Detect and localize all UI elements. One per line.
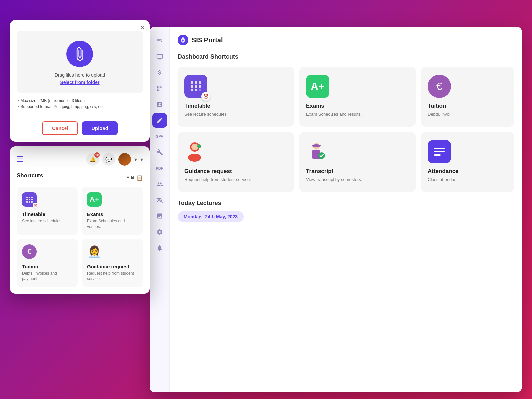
main-card-exams[interactable]: A+ Exams Exam Schedules and results. — [299, 67, 416, 127]
transcript-main-title: Transcript — [306, 168, 409, 175]
shortcuts-section-title: Shortcuts — [17, 172, 43, 179]
main-card-transcript[interactable]: Transcript View transcript by semesters. — [299, 132, 416, 192]
chat-icon: 💬 — [105, 156, 112, 163]
svg-text:i: i — [199, 145, 200, 148]
sis-main-content: SIS Portal Dashboard Shortcuts — [170, 27, 522, 392]
main-card-attendance[interactable]: Attendance Class attendar — [421, 132, 514, 192]
sidebar-item-tools[interactable] — [152, 145, 167, 160]
guidance-main-title: Guidance request — [184, 168, 287, 175]
cal-dot — [191, 89, 193, 91]
dollar-icon — [156, 69, 163, 76]
user-check-icon — [156, 181, 163, 188]
edit-icon[interactable]: 📋 — [136, 175, 143, 181]
shortcut-card-timetable[interactable]: ⏰ Timetable See lecture schedules — [17, 187, 78, 235]
svg-point-2 — [188, 154, 201, 162]
image-icon — [156, 213, 163, 219]
shortcut-card-exams[interactable]: A+ Exams Exam Schedules and venues. — [82, 187, 143, 235]
sidebar-item-registration[interactable] — [152, 113, 167, 128]
drag-text: Drag files here to upload — [55, 72, 105, 78]
timetable-main-desc: See lecture schedules — [184, 111, 287, 117]
guidance-card-desc: Request help from student service. — [87, 271, 138, 282]
main-card-guidance[interactable]: i Guidance request Request help from stu… — [178, 132, 294, 192]
mobile-panel: ☰ 🔔 10 💬 ▾ ▾ Shortcuts Edit 📋 — [10, 146, 150, 294]
transcript-main-desc: View transcript by semesters. — [306, 177, 409, 183]
dashboard-shortcuts-title: Dashboard Shortcuts — [178, 53, 514, 60]
main-card-timetable[interactable]: ⏰ Timetable See lecture schedules — [178, 67, 294, 127]
timetable-main-icon: ⏰ — [184, 75, 207, 98]
sidebar-item-translate[interactable] — [152, 193, 167, 207]
sidebar-item-media[interactable] — [152, 209, 167, 223]
guidance-svg-icon: i — [185, 140, 207, 163]
sis-sidebar: GPA PDF — [150, 27, 170, 392]
monitor-icon — [156, 53, 163, 60]
svg-point-8 — [312, 144, 321, 147]
chevron-down-icon-2[interactable]: ▾ — [140, 156, 143, 163]
select-from-folder-link[interactable]: Select from folder — [60, 80, 99, 85]
menu-icon — [156, 37, 163, 44]
sidebar-item-finance[interactable] — [152, 65, 167, 80]
chat-icon-button[interactable]: 💬 — [102, 153, 115, 166]
upload-info: • Max size: 2MB (maximum of 3 files ) • … — [10, 98, 150, 116]
transcript-main-icon — [306, 140, 329, 163]
shortcut-card-tuition[interactable]: € Tuition Debts, invoices and payment. — [17, 239, 78, 287]
guidance-shortcut-icon: 👩‍💼 — [87, 244, 103, 260]
timetable-dots — [26, 197, 33, 203]
mobile-panel-header: ☰ 🔔 10 💬 ▾ ▾ — [17, 153, 143, 166]
transcript-main-icon-wrap — [306, 140, 409, 163]
guidance-main-icon: i — [184, 140, 207, 163]
shortcut-card-guidance[interactable]: 👩‍💼 Guidance request Request help from s… — [82, 239, 143, 287]
tuition-shortcut-icon: € — [22, 244, 38, 260]
upload-icon — [66, 41, 93, 67]
cal-dot — [195, 85, 197, 88]
sidebar-item-notifications[interactable] — [152, 241, 167, 255]
cal-dot — [191, 85, 193, 88]
chevron-down-icon[interactable]: ▾ — [134, 156, 137, 163]
attendance-main-icon-wrap — [428, 140, 507, 163]
upload-drop-zone[interactable]: Drag files here to upload Select from fo… — [17, 31, 143, 93]
cal-dot — [199, 81, 201, 84]
exams-main-title: Exams — [306, 103, 409, 109]
max-size-info: • Max size: 2MB (maximum of 3 files ) — [18, 98, 142, 103]
transcript-svg-icon — [306, 140, 329, 163]
close-button[interactable]: × — [140, 24, 144, 31]
sidebar-item-settings[interactable] — [152, 225, 167, 239]
lecture-date-badge: Monday - 24th May, 2023 — [178, 211, 514, 222]
sidebar-item-timetable[interactable] — [152, 81, 167, 96]
sidebar-item-user[interactable] — [152, 177, 167, 192]
clock-badge-main: ⏰ — [201, 92, 210, 101]
sis-portal-title: SIS Portal — [192, 36, 223, 44]
cancel-button[interactable]: Cancel — [42, 121, 78, 135]
sidebar-item-grades[interactable] — [152, 97, 167, 112]
shortcuts-edit-row: Shortcuts Edit 📋 — [17, 172, 143, 183]
notification-bell[interactable]: 🔔 10 — [86, 153, 99, 166]
edit-label[interactable]: Edit — [126, 175, 134, 180]
sidebar-item-menu[interactable] — [152, 33, 167, 48]
dot-5 — [29, 199, 30, 200]
avatar-image — [118, 153, 131, 166]
cal-dot — [191, 81, 193, 84]
tuition-card-title: Tuition — [22, 264, 72, 269]
today-lectures-title: Today Lectures — [178, 200, 514, 207]
guidance-main-desc: Request help from student service. — [184, 177, 287, 183]
upload-actions: Cancel Upload — [10, 116, 150, 142]
main-card-tuition[interactable]: € Tuition Debts, invoi — [421, 67, 514, 127]
hamburger-icon[interactable]: ☰ — [17, 155, 23, 164]
dot-2 — [29, 197, 30, 198]
upload-button[interactable]: Upload — [82, 121, 118, 135]
file-edit-icon — [156, 117, 163, 124]
exams-main-desc: Exam Schedules and results. — [306, 111, 409, 117]
shortcuts-grid: ⏰ Timetable See lecture schedules A+ Exa… — [17, 187, 143, 287]
exams-shortcut-icon: A+ — [87, 192, 103, 208]
dot-9 — [31, 201, 33, 203]
dot-3 — [31, 197, 33, 198]
timetable-card-title: Timetable — [22, 211, 72, 217]
sidebar-item-dashboard[interactable] — [152, 49, 167, 64]
sidebar-item-pdf[interactable]: PDF — [152, 161, 167, 176]
guidance-card-title: Guidance request — [87, 264, 138, 269]
shortcuts-row-top: ⏰ Timetable See lecture schedules A+ Exa… — [178, 67, 514, 127]
clock-badge-small: ⏰ — [33, 203, 38, 208]
sis-logo — [178, 35, 188, 45]
sidebar-item-gpa[interactable]: GPA — [152, 129, 167, 144]
user-avatar[interactable] — [118, 153, 131, 166]
upload-dialog: × Drag files here to upload Select from … — [10, 20, 150, 142]
